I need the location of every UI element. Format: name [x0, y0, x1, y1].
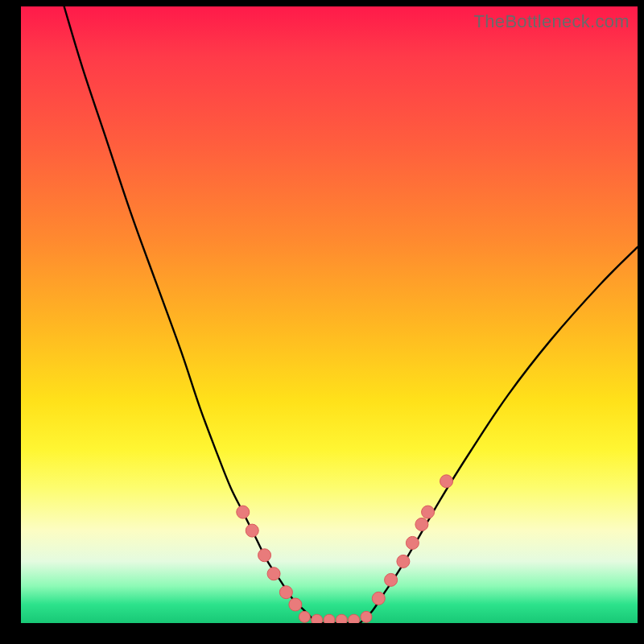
left-curve — [64, 6, 317, 623]
data-marker — [372, 592, 385, 605]
data-marker — [237, 506, 250, 518]
data-marker — [440, 475, 453, 488]
chart-plot-area: TheBottleneck.com — [21, 6, 638, 623]
data-marker — [415, 518, 428, 530]
data-marker — [312, 614, 323, 623]
chart-overlay — [21, 6, 638, 623]
chart-stage: TheBottleneck.com — [0, 0, 644, 644]
data-marker — [406, 536, 419, 549]
data-marker — [258, 549, 271, 562]
data-marker — [361, 611, 372, 622]
data-marker — [422, 506, 435, 518]
data-marker — [299, 611, 310, 622]
curve-group — [64, 6, 638, 623]
data-marker — [336, 614, 347, 623]
data-marker — [246, 524, 258, 537]
data-marker — [267, 568, 280, 580]
data-marker — [397, 555, 410, 568]
data-marker — [385, 573, 398, 586]
data-marker — [349, 614, 360, 623]
data-marker — [279, 586, 292, 599]
data-marker — [324, 614, 335, 623]
data-marker — [289, 598, 302, 611]
marker-group — [237, 475, 453, 623]
